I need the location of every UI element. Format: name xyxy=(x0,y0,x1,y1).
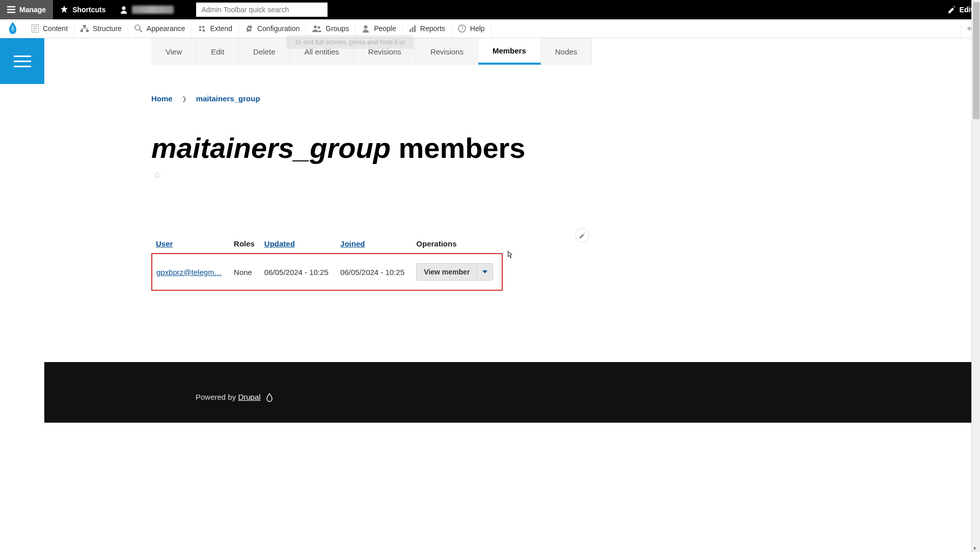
menu-content[interactable]: Content xyxy=(25,19,74,38)
extend-icon xyxy=(198,24,206,33)
menu-structure-label: Structure xyxy=(93,24,122,33)
shortcuts-button[interactable]: Shortcuts xyxy=(53,0,113,19)
tab-delete[interactable]: Delete xyxy=(239,38,290,65)
view-member-button[interactable]: View member xyxy=(417,264,477,280)
svg-point-3 xyxy=(122,7,126,10)
groups-icon xyxy=(312,25,321,32)
menu-groups-label: Groups xyxy=(325,24,349,33)
th-roles: Roles xyxy=(230,234,260,254)
sidebar-hamburger[interactable] xyxy=(0,38,44,84)
tab-nodes[interactable]: Nodes xyxy=(541,38,592,65)
footer: Powered by Drupal xyxy=(44,362,980,423)
people-icon xyxy=(362,24,370,33)
breadcrumb-current: maitainers_group xyxy=(196,94,260,103)
favorite-star-icon[interactable]: ☆ xyxy=(153,170,980,181)
cell-roles: None xyxy=(230,254,260,290)
top-toolbar: Manage Shortcuts Edit xyxy=(0,0,980,19)
dropdown-toggle[interactable] xyxy=(477,266,493,278)
svg-rect-9 xyxy=(80,30,83,32)
user-link[interactable]: gpxbprz@telegm… xyxy=(156,268,222,277)
appearance-icon xyxy=(134,24,143,33)
menu-people-label: People xyxy=(374,24,396,33)
svg-rect-10 xyxy=(86,30,89,32)
svg-point-17 xyxy=(314,25,317,29)
configuration-icon xyxy=(245,24,253,33)
tab-edit[interactable]: Edit xyxy=(197,38,239,65)
cell-user: gpxbprz@telegm… xyxy=(152,254,230,290)
menu-reports-label: Reports xyxy=(420,24,445,33)
title-group: maitainers_group xyxy=(151,132,391,164)
tab-view[interactable]: View xyxy=(151,38,197,65)
cell-joined: 06/05/2024 - 10:25 xyxy=(336,254,412,290)
scrollbar[interactable]: ▾ xyxy=(971,0,980,552)
user-menu[interactable] xyxy=(113,0,181,19)
th-user[interactable]: User xyxy=(152,234,230,254)
menu-appearance[interactable]: Appearance xyxy=(128,19,192,38)
chevron-down-icon xyxy=(482,270,487,273)
fullscreen-tooltip: To exit full screen, press and hold Esc xyxy=(286,35,414,49)
svg-rect-1 xyxy=(7,9,15,11)
th-joined[interactable]: Joined xyxy=(336,234,412,254)
manage-button[interactable]: Manage xyxy=(0,0,53,19)
breadcrumb: Home ❯ maitainers_group xyxy=(151,94,980,103)
content-area: To exit full screen, press and hold Esc … xyxy=(44,38,980,552)
star-icon xyxy=(60,6,68,14)
help-icon: ? xyxy=(458,24,466,33)
breadcrumb-home[interactable]: Home xyxy=(151,94,173,103)
reports-icon xyxy=(409,25,416,32)
structure-icon xyxy=(80,25,89,32)
user-icon xyxy=(120,6,128,14)
svg-point-15 xyxy=(135,25,140,30)
cell-operations: View member xyxy=(412,254,502,290)
svg-rect-21 xyxy=(412,27,413,32)
menu-help-label: Help xyxy=(470,24,485,33)
menu-extend[interactable]: Extend xyxy=(192,19,239,38)
svg-line-16 xyxy=(140,30,142,32)
pencil-icon xyxy=(580,233,585,238)
svg-point-19 xyxy=(364,25,368,29)
drupal-logo[interactable] xyxy=(0,19,25,38)
tab-members[interactable]: Members xyxy=(478,38,541,65)
menu-content-label: Content xyxy=(43,24,68,33)
content-icon xyxy=(32,24,39,33)
page-title: maitainers_group members xyxy=(151,131,980,164)
operation-dropdown: View member xyxy=(416,263,493,281)
th-updated[interactable]: Updated xyxy=(260,234,336,254)
members-table-wrap: User Roles Updated Joined Operations gpx… xyxy=(151,234,584,291)
scrollbar-down-icon[interactable]: ▾ xyxy=(973,545,976,551)
hamburger-icon xyxy=(7,6,15,13)
manage-label: Manage xyxy=(19,6,46,14)
hamburger-icon xyxy=(14,56,31,67)
admin-menu: Content Structure Appearance Extend Conf… xyxy=(0,19,980,38)
th-operations: Operations xyxy=(412,234,502,254)
shortcuts-label: Shortcuts xyxy=(72,6,105,14)
left-sidebar xyxy=(0,38,44,552)
svg-text:?: ? xyxy=(460,26,464,32)
menu-help[interactable]: ? Help xyxy=(452,19,492,38)
svg-rect-20 xyxy=(410,29,411,32)
svg-rect-22 xyxy=(414,25,416,32)
table-row: gpxbprz@telegm… None 06/05/2024 - 10:25 … xyxy=(152,254,502,290)
search-input[interactable] xyxy=(196,3,328,17)
powered-by-text: Powered by xyxy=(196,393,238,401)
svg-rect-0 xyxy=(7,6,15,8)
drupal-drop-icon xyxy=(266,393,273,402)
drupal-drop-icon xyxy=(7,22,18,35)
members-table: User Roles Updated Joined Operations gpx… xyxy=(151,234,503,291)
chevron-right-icon: ❯ xyxy=(182,95,187,102)
tab-revisions-2[interactable]: Revisions xyxy=(416,38,478,65)
menu-appearance-label: Appearance xyxy=(147,24,185,33)
svg-rect-2 xyxy=(7,12,15,13)
menu-configuration-label: Configuration xyxy=(257,24,300,33)
cell-updated: 06/05/2024 - 10:25 xyxy=(260,254,336,290)
menu-structure[interactable]: Structure xyxy=(74,19,128,38)
title-suffix: members xyxy=(391,132,526,164)
table-edit-button[interactable] xyxy=(575,228,589,242)
svg-point-18 xyxy=(318,26,320,29)
menu-extend-label: Extend xyxy=(210,24,232,33)
username-blurred xyxy=(132,6,174,14)
pencil-icon xyxy=(948,6,956,13)
svg-rect-8 xyxy=(83,25,86,27)
scrollbar-thumb[interactable] xyxy=(973,2,979,119)
drupal-link[interactable]: Drupal xyxy=(238,393,260,401)
